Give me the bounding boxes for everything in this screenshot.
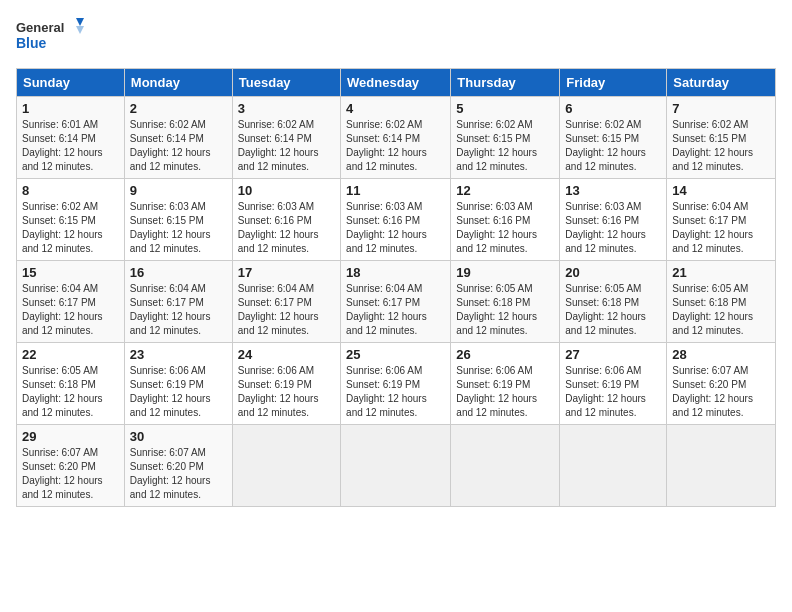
cell-sun-info: Sunrise: 6:03 AM Sunset: 6:16 PM Dayligh… <box>346 200 445 256</box>
cell-sun-info: Sunrise: 6:06 AM Sunset: 6:19 PM Dayligh… <box>238 364 335 420</box>
day-number: 25 <box>346 347 445 362</box>
day-number: 2 <box>130 101 227 116</box>
day-number: 30 <box>130 429 227 444</box>
day-number: 22 <box>22 347 119 362</box>
calendar-cell: 10Sunrise: 6:03 AM Sunset: 6:16 PM Dayli… <box>232 179 340 261</box>
calendar-cell: 20Sunrise: 6:05 AM Sunset: 6:18 PM Dayli… <box>560 261 667 343</box>
calendar-cell <box>451 425 560 507</box>
cell-sun-info: Sunrise: 6:01 AM Sunset: 6:14 PM Dayligh… <box>22 118 119 174</box>
day-number: 23 <box>130 347 227 362</box>
header-cell-wednesday: Wednesday <box>341 69 451 97</box>
logo: General Blue <box>16 16 86 56</box>
calendar-cell: 17Sunrise: 6:04 AM Sunset: 6:17 PM Dayli… <box>232 261 340 343</box>
day-number: 1 <box>22 101 119 116</box>
calendar-header-row: SundayMondayTuesdayWednesdayThursdayFrid… <box>17 69 776 97</box>
calendar-cell: 13Sunrise: 6:03 AM Sunset: 6:16 PM Dayli… <box>560 179 667 261</box>
day-number: 10 <box>238 183 335 198</box>
calendar-cell: 27Sunrise: 6:06 AM Sunset: 6:19 PM Dayli… <box>560 343 667 425</box>
calendar-cell: 25Sunrise: 6:06 AM Sunset: 6:19 PM Dayli… <box>341 343 451 425</box>
day-number: 17 <box>238 265 335 280</box>
cell-sun-info: Sunrise: 6:06 AM Sunset: 6:19 PM Dayligh… <box>130 364 227 420</box>
calendar-cell: 2Sunrise: 6:02 AM Sunset: 6:14 PM Daylig… <box>124 97 232 179</box>
calendar-cell: 28Sunrise: 6:07 AM Sunset: 6:20 PM Dayli… <box>667 343 776 425</box>
header-cell-saturday: Saturday <box>667 69 776 97</box>
cell-sun-info: Sunrise: 6:05 AM Sunset: 6:18 PM Dayligh… <box>672 282 770 338</box>
calendar-cell: 8Sunrise: 6:02 AM Sunset: 6:15 PM Daylig… <box>17 179 125 261</box>
cell-sun-info: Sunrise: 6:02 AM Sunset: 6:15 PM Dayligh… <box>456 118 554 174</box>
cell-sun-info: Sunrise: 6:06 AM Sunset: 6:19 PM Dayligh… <box>346 364 445 420</box>
calendar-cell <box>560 425 667 507</box>
cell-sun-info: Sunrise: 6:07 AM Sunset: 6:20 PM Dayligh… <box>22 446 119 502</box>
calendar-week-row: 22Sunrise: 6:05 AM Sunset: 6:18 PM Dayli… <box>17 343 776 425</box>
calendar-cell: 16Sunrise: 6:04 AM Sunset: 6:17 PM Dayli… <box>124 261 232 343</box>
calendar-cell: 3Sunrise: 6:02 AM Sunset: 6:14 PM Daylig… <box>232 97 340 179</box>
calendar-week-row: 8Sunrise: 6:02 AM Sunset: 6:15 PM Daylig… <box>17 179 776 261</box>
day-number: 21 <box>672 265 770 280</box>
calendar-cell: 22Sunrise: 6:05 AM Sunset: 6:18 PM Dayli… <box>17 343 125 425</box>
calendar-cell: 5Sunrise: 6:02 AM Sunset: 6:15 PM Daylig… <box>451 97 560 179</box>
svg-text:General: General <box>16 20 64 35</box>
calendar-cell: 12Sunrise: 6:03 AM Sunset: 6:16 PM Dayli… <box>451 179 560 261</box>
cell-sun-info: Sunrise: 6:02 AM Sunset: 6:15 PM Dayligh… <box>672 118 770 174</box>
cell-sun-info: Sunrise: 6:04 AM Sunset: 6:17 PM Dayligh… <box>346 282 445 338</box>
day-number: 5 <box>456 101 554 116</box>
cell-sun-info: Sunrise: 6:04 AM Sunset: 6:17 PM Dayligh… <box>238 282 335 338</box>
calendar-cell: 1Sunrise: 6:01 AM Sunset: 6:14 PM Daylig… <box>17 97 125 179</box>
calendar-cell: 9Sunrise: 6:03 AM Sunset: 6:15 PM Daylig… <box>124 179 232 261</box>
calendar-cell: 14Sunrise: 6:04 AM Sunset: 6:17 PM Dayli… <box>667 179 776 261</box>
day-number: 12 <box>456 183 554 198</box>
header-cell-tuesday: Tuesday <box>232 69 340 97</box>
cell-sun-info: Sunrise: 6:05 AM Sunset: 6:18 PM Dayligh… <box>456 282 554 338</box>
cell-sun-info: Sunrise: 6:02 AM Sunset: 6:15 PM Dayligh… <box>22 200 119 256</box>
day-number: 29 <box>22 429 119 444</box>
calendar-cell: 26Sunrise: 6:06 AM Sunset: 6:19 PM Dayli… <box>451 343 560 425</box>
day-number: 15 <box>22 265 119 280</box>
calendar-body: 1Sunrise: 6:01 AM Sunset: 6:14 PM Daylig… <box>17 97 776 507</box>
day-number: 13 <box>565 183 661 198</box>
cell-sun-info: Sunrise: 6:02 AM Sunset: 6:15 PM Dayligh… <box>565 118 661 174</box>
calendar-cell: 7Sunrise: 6:02 AM Sunset: 6:15 PM Daylig… <box>667 97 776 179</box>
day-number: 27 <box>565 347 661 362</box>
day-number: 7 <box>672 101 770 116</box>
cell-sun-info: Sunrise: 6:04 AM Sunset: 6:17 PM Dayligh… <box>130 282 227 338</box>
cell-sun-info: Sunrise: 6:07 AM Sunset: 6:20 PM Dayligh… <box>130 446 227 502</box>
calendar-table: SundayMondayTuesdayWednesdayThursdayFrid… <box>16 68 776 507</box>
calendar-cell: 23Sunrise: 6:06 AM Sunset: 6:19 PM Dayli… <box>124 343 232 425</box>
header-cell-friday: Friday <box>560 69 667 97</box>
day-number: 3 <box>238 101 335 116</box>
cell-sun-info: Sunrise: 6:02 AM Sunset: 6:14 PM Dayligh… <box>346 118 445 174</box>
day-number: 19 <box>456 265 554 280</box>
day-number: 18 <box>346 265 445 280</box>
calendar-cell: 30Sunrise: 6:07 AM Sunset: 6:20 PM Dayli… <box>124 425 232 507</box>
calendar-cell <box>341 425 451 507</box>
day-number: 28 <box>672 347 770 362</box>
day-number: 8 <box>22 183 119 198</box>
calendar-week-row: 15Sunrise: 6:04 AM Sunset: 6:17 PM Dayli… <box>17 261 776 343</box>
day-number: 20 <box>565 265 661 280</box>
day-number: 6 <box>565 101 661 116</box>
day-number: 9 <box>130 183 227 198</box>
svg-marker-3 <box>76 26 84 34</box>
cell-sun-info: Sunrise: 6:07 AM Sunset: 6:20 PM Dayligh… <box>672 364 770 420</box>
calendar-cell: 24Sunrise: 6:06 AM Sunset: 6:19 PM Dayli… <box>232 343 340 425</box>
calendar-cell: 18Sunrise: 6:04 AM Sunset: 6:17 PM Dayli… <box>341 261 451 343</box>
cell-sun-info: Sunrise: 6:05 AM Sunset: 6:18 PM Dayligh… <box>22 364 119 420</box>
calendar-cell: 11Sunrise: 6:03 AM Sunset: 6:16 PM Dayli… <box>341 179 451 261</box>
calendar-cell: 4Sunrise: 6:02 AM Sunset: 6:14 PM Daylig… <box>341 97 451 179</box>
cell-sun-info: Sunrise: 6:06 AM Sunset: 6:19 PM Dayligh… <box>456 364 554 420</box>
calendar-cell: 15Sunrise: 6:04 AM Sunset: 6:17 PM Dayli… <box>17 261 125 343</box>
cell-sun-info: Sunrise: 6:04 AM Sunset: 6:17 PM Dayligh… <box>672 200 770 256</box>
calendar-cell: 6Sunrise: 6:02 AM Sunset: 6:15 PM Daylig… <box>560 97 667 179</box>
cell-sun-info: Sunrise: 6:03 AM Sunset: 6:16 PM Dayligh… <box>238 200 335 256</box>
day-number: 11 <box>346 183 445 198</box>
svg-marker-2 <box>76 18 84 26</box>
cell-sun-info: Sunrise: 6:03 AM Sunset: 6:16 PM Dayligh… <box>565 200 661 256</box>
header-cell-thursday: Thursday <box>451 69 560 97</box>
cell-sun-info: Sunrise: 6:02 AM Sunset: 6:14 PM Dayligh… <box>238 118 335 174</box>
page-header: General Blue <box>16 16 776 56</box>
day-number: 4 <box>346 101 445 116</box>
header-cell-monday: Monday <box>124 69 232 97</box>
calendar-week-row: 29Sunrise: 6:07 AM Sunset: 6:20 PM Dayli… <box>17 425 776 507</box>
svg-text:Blue: Blue <box>16 35 47 51</box>
cell-sun-info: Sunrise: 6:02 AM Sunset: 6:14 PM Dayligh… <box>130 118 227 174</box>
